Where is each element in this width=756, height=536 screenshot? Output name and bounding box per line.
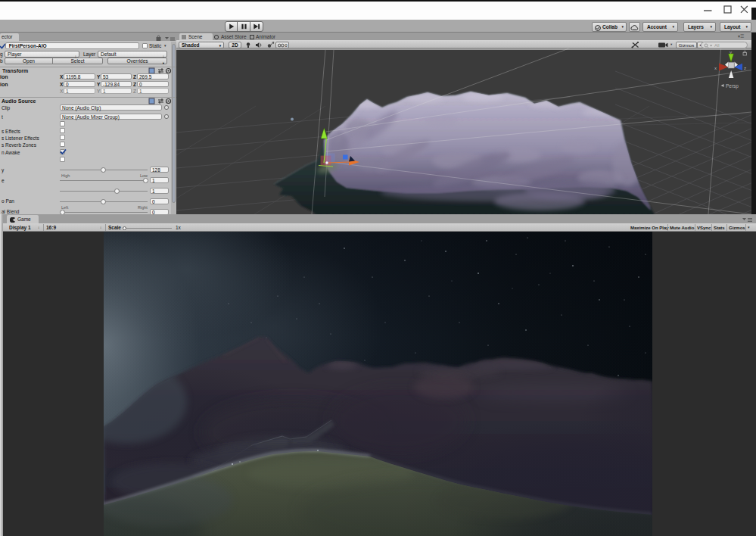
svg-text:y: y	[730, 50, 732, 55]
svg-text:x: x	[714, 66, 717, 70]
svg-text:z: z	[744, 66, 746, 70]
svg-text:Persp: Persp	[726, 83, 739, 89]
